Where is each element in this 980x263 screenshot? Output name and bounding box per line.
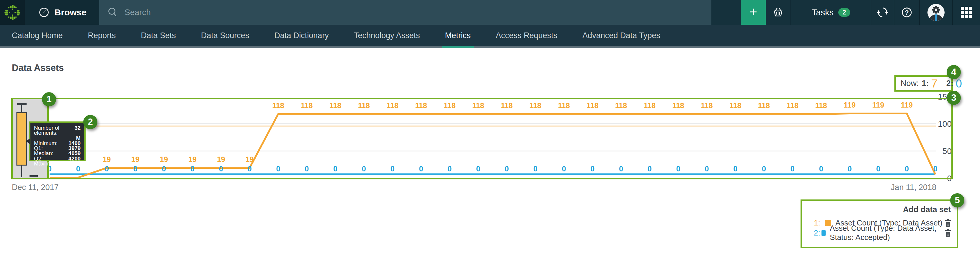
search-input[interactable] [124,7,391,18]
legend-series-number: 2: [814,228,821,237]
active-tab-underline [442,46,474,48]
now-series-key: 1: [922,79,929,88]
subnav-item-data-sets[interactable]: Data Sets [141,25,176,46]
subnav-item-data-dictionary[interactable]: Data Dictionary [274,25,329,46]
annotation-marker-4: 4 [947,65,961,79]
x-axis-start-date: Dec 11, 2017 [12,183,59,192]
delete-data-set-button[interactable] [945,219,951,227]
refresh-icon [877,6,889,19]
chart-legend: Add data set 1:Asset Count (Type: Data A… [802,201,957,247]
tasks-label: Tasks [812,8,834,18]
now-series-value: 7 [931,78,937,89]
legend-swatch [821,230,826,236]
browse-button[interactable]: Browse [25,0,99,25]
catalog-subnav: Catalog HomeReportsData SetsData Sources… [0,25,980,46]
tooltip-arrow [26,138,30,144]
now-label: Now: [900,79,919,88]
refresh-button[interactable] [871,0,894,25]
compass-icon [38,6,51,19]
subnav-item-catalog-home[interactable]: Catalog Home [12,25,63,46]
subnav-item-technology-assets[interactable]: Technology Assets [354,25,420,46]
subnav-item-metrics[interactable]: Metrics [445,25,471,46]
topbar-spacer [711,0,741,25]
page-title: Data Assets [12,63,64,73]
legend-series-label: Asset Count (Type: Data Asset, Status: A… [830,224,945,242]
add-data-set-button[interactable]: Add data set [807,205,951,214]
annotation-marker-1: 1 [42,92,56,107]
help-icon: ? [900,6,913,19]
basket-icon [772,6,784,18]
boxplot-tooltip: Number of elements:32MMinimum:1400Q1:397… [30,123,84,160]
now-series-key: 2: [947,79,953,88]
now-series-value: 0 [956,78,962,89]
collibra-logo[interactable] [0,0,25,25]
tasks-count-badge: 2 [838,8,850,17]
collibra-logo-icon [4,4,21,21]
plus-icon: + [749,5,757,18]
search-bar[interactable] [99,0,711,25]
subnav-item-advanced-data-types[interactable]: Advanced Data Types [582,25,660,46]
x-axis-end-date: Jan 11, 2018 [891,183,936,192]
trash-icon [945,229,951,237]
legend-rows: 1:Asset Count (Type: Data Asset)2:Asset … [807,218,951,238]
legend-row: 2:Asset Count (Type: Data Asset, Status:… [807,228,951,238]
apps-grid-icon [961,7,972,18]
annotation-box-now: Now:1:72:0 [894,75,953,92]
basket-button[interactable] [766,0,791,25]
tooltip-row: Maximum:4224 [34,161,81,166]
page: Browse + Tasks 2 [0,0,980,263]
add-button[interactable]: + [741,0,766,25]
subnav-item-access-requests[interactable]: Access Requests [496,25,558,46]
subnav-item-data-sources[interactable]: Data Sources [201,25,250,46]
annotation-box-chart [11,98,953,179]
tasks-button[interactable]: Tasks 2 [791,0,871,25]
search-icon [107,6,119,18]
svg-text:?: ? [905,9,908,16]
now-panel: Now:1:72:0 [896,77,951,90]
subnav-bottom-strip [0,46,980,48]
delete-data-set-button[interactable] [945,229,951,237]
tooltip-row: Number of elements:32 [34,125,81,135]
help-button[interactable]: ? [894,0,919,25]
annotation-marker-5: 5 [950,193,964,207]
annotation-box-legend: Add data set 1:Asset Count (Type: Data A… [800,199,958,248]
browse-label: Browse [55,7,86,18]
user-avatar[interactable] [919,0,952,25]
avatar-icon [927,3,945,21]
legend-series-number: 1: [814,218,825,228]
annotation-marker-3: 3 [947,91,961,105]
top-bar: Browse + Tasks 2 [0,0,980,25]
trash-icon [945,219,951,227]
annotation-box-tooltip: Number of elements:32MMinimum:1400Q1:397… [29,121,86,161]
annotation-marker-2: 2 [83,115,97,129]
subnav-item-reports[interactable]: Reports [88,25,116,46]
apps-grid-button[interactable] [952,0,980,25]
